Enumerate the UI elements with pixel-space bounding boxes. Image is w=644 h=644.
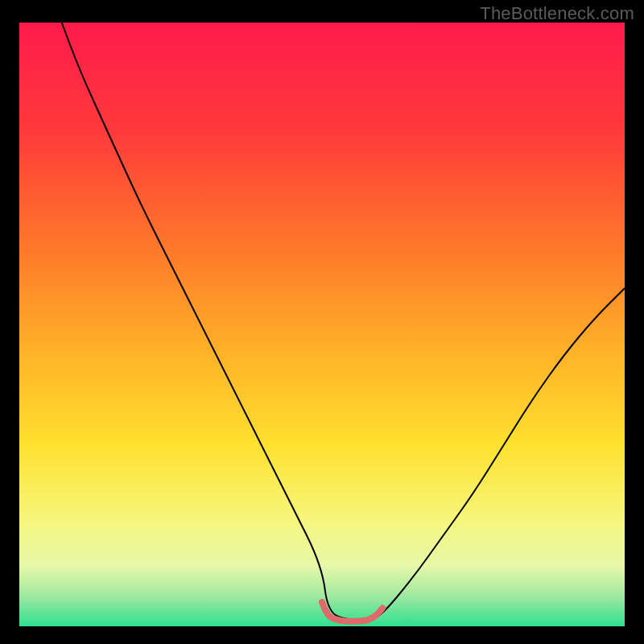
plot-area	[19, 23, 625, 626]
watermark-text: TheBottleneck.com	[480, 3, 634, 24]
plot-svg	[19, 23, 625, 626]
chart-frame: TheBottleneck.com	[0, 0, 644, 644]
gradient-background	[19, 23, 625, 626]
